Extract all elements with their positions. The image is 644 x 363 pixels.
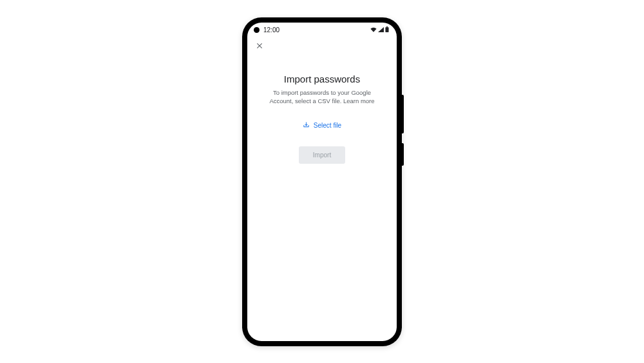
phone-screen: 12:00 Import passwords To import pass (247, 23, 397, 341)
page-title: Import passwords (260, 74, 384, 84)
battery-icon (385, 26, 389, 34)
import-button[interactable]: Import (299, 146, 345, 164)
close-icon[interactable] (255, 41, 264, 53)
page-description: To import passwords to your Google Accou… (260, 88, 384, 106)
phone-frame: 12:00 Import passwords To import pass (242, 17, 402, 346)
status-bar-right (370, 26, 389, 34)
svg-rect-0 (385, 27, 388, 32)
camera-hole (254, 27, 260, 33)
select-file-button[interactable]: Select file (303, 121, 341, 130)
svg-rect-1 (386, 26, 388, 27)
select-file-label: Select file (314, 122, 341, 129)
main-content: Import passwords To import passwords to … (247, 58, 397, 164)
wifi-icon (370, 26, 377, 34)
download-icon (303, 121, 310, 130)
status-bar-left: 12:00 (254, 26, 279, 34)
signal-icon (378, 26, 384, 34)
status-bar: 12:00 (247, 23, 397, 36)
app-bar (247, 36, 397, 58)
status-time: 12:00 (263, 26, 279, 34)
